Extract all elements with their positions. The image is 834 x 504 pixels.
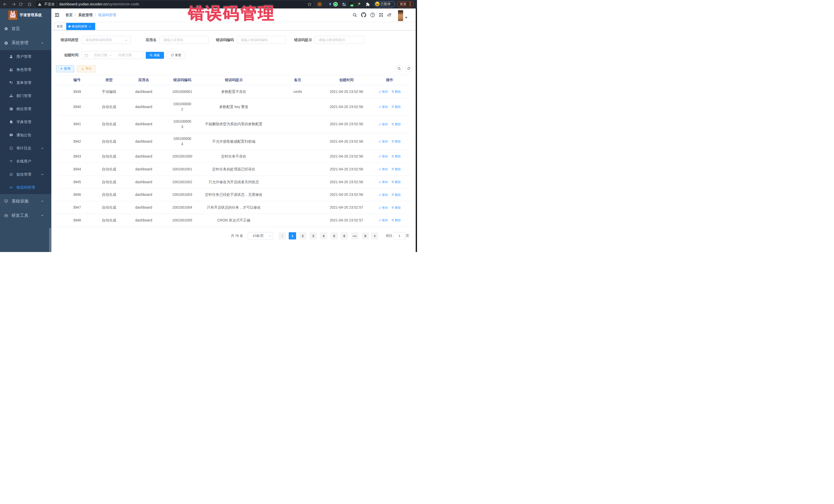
- svg-text:on: on: [351, 5, 353, 6]
